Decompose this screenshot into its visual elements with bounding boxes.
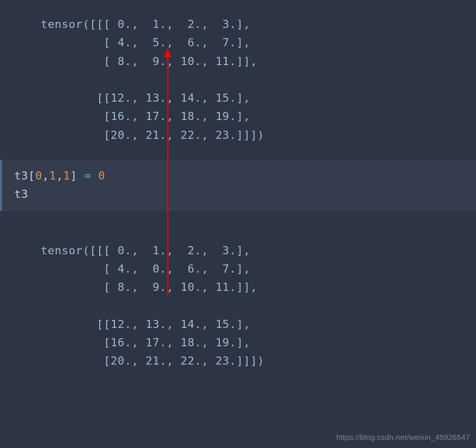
index-1: 1: [49, 169, 56, 182]
assign-value: 0: [98, 169, 105, 182]
index-2: 1: [63, 169, 70, 182]
index-0: 0: [35, 169, 42, 182]
var-name: t3: [14, 169, 28, 182]
assign-operator: =: [84, 169, 92, 182]
output-cell-2: tensor([[[ 0., 1., 2., 3.], [ 4., 0., 6.…: [0, 211, 476, 386]
watermark-text: https://blog.csdn.net/weixin_45926547: [336, 431, 470, 444]
output-cell-1: tensor([[[ 0., 1., 2., 3.], [ 4., 5., 6.…: [0, 0, 476, 160]
code-line-1: t3[0,1,1] = 0: [14, 167, 476, 185]
code-line-2: t3: [14, 185, 476, 203]
input-cell[interactable]: t3[0,1,1] = 0 t3: [0, 160, 476, 211]
